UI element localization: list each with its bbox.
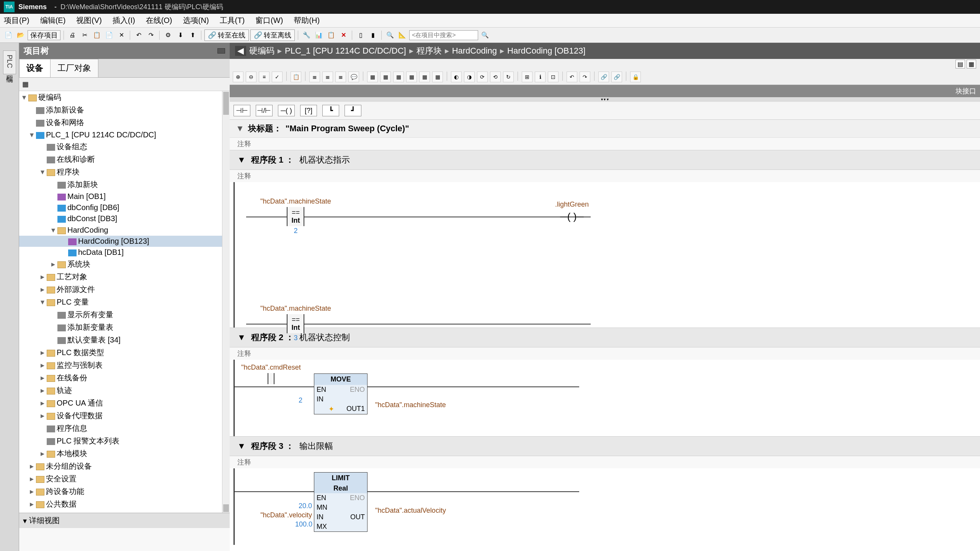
coil-symbol[interactable]: ─( )─: [555, 211, 589, 223]
network-body-1[interactable]: "hcData".machineState == Int 2 .lightGre…: [230, 182, 980, 328]
editor-tool-icon[interactable]: ▦: [393, 72, 404, 82]
split-icon[interactable]: ▯: [355, 30, 366, 41]
network-comment[interactable]: 注释: [230, 347, 980, 360]
breadcrumb-nav-icon[interactable]: ◀: [235, 46, 246, 56]
tree-item[interactable]: 添加新变量表: [19, 321, 230, 334]
tool-icon[interactable]: 📊: [314, 30, 324, 41]
branch-open-icon[interactable]: ┗: [322, 105, 339, 116]
breadcrumb-item[interactable]: HardCoding: [452, 46, 497, 56]
contact-nc-icon[interactable]: ⊣/⊢: [256, 105, 273, 116]
network-comment[interactable]: 注释: [230, 456, 980, 468]
editor-tool-icon[interactable]: 🔗: [611, 72, 622, 82]
editor-tool-icon[interactable]: ≡: [259, 72, 270, 82]
interface-header[interactable]: 块接口: [230, 85, 980, 97]
editor-tool-icon[interactable]: ≣: [309, 72, 320, 82]
tree-item[interactable]: dbConfig [DB6]: [19, 202, 230, 213]
menu-online[interactable]: 在线(O): [146, 15, 172, 26]
tree-item[interactable]: 设备组态: [19, 140, 230, 153]
tree-expand-icon[interactable]: ▸: [41, 272, 47, 281]
tab-devices[interactable]: 设备: [19, 59, 51, 77]
vtab-plc-programming[interactable]: PLC 编程: [3, 51, 16, 74]
editor-tool-icon[interactable]: ◑: [464, 72, 475, 82]
move-box[interactable]: MOVE ENENO IN ✦OUT1: [314, 373, 368, 414]
print-icon[interactable]: 🖨: [67, 30, 78, 41]
contact-no[interactable]: [268, 373, 274, 384]
block-comment[interactable]: 注释: [230, 138, 980, 150]
tree-item[interactable]: ▸PLC 数据类型: [19, 346, 230, 359]
cut-icon[interactable]: ✂: [79, 30, 90, 41]
menu-help[interactable]: 帮助(H): [294, 15, 320, 26]
tree-item[interactable]: ▸设备代理数据: [19, 409, 230, 422]
breadcrumb-item[interactable]: PLC_1 [CPU 1214C DC/DC/DC]: [285, 46, 406, 56]
tree-item[interactable]: PLC 报警文本列表: [19, 435, 230, 447]
tree-expand-icon[interactable]: ▾: [41, 297, 47, 306]
tree-item[interactable]: 设备和网络: [19, 116, 230, 129]
tree-item[interactable]: ▸文档设置: [19, 510, 230, 513]
editor-tool-icon[interactable]: ▦: [432, 72, 443, 82]
tree-expand-icon[interactable]: ▸: [41, 398, 47, 408]
compare-value[interactable]: 2: [260, 227, 331, 235]
tree-expand-icon[interactable]: ▸: [51, 259, 57, 269]
tree-expand-icon[interactable]: ▾: [41, 167, 47, 176]
out-label[interactable]: "hcData".machineState: [375, 401, 446, 409]
project-tree[interactable]: ▾硬编码添加新设备设备和网络▾PLC_1 [CPU 1214C DC/DC/DC…: [19, 91, 230, 513]
new-project-icon[interactable]: 📄: [3, 30, 14, 41]
limit-box[interactable]: LIMIT Real ENENO MN INOUT MX: [314, 472, 368, 532]
tool-icon[interactable]: 📋: [326, 30, 336, 41]
coil-label[interactable]: .lightGreen: [555, 201, 589, 209]
compile-icon[interactable]: ⚙: [163, 30, 173, 41]
editor-tool-icon[interactable]: ⟲: [490, 72, 501, 82]
minimize-icon[interactable]: [217, 48, 225, 54]
upload-icon[interactable]: ⬆: [187, 30, 198, 41]
tool-icon[interactable]: 📐: [397, 30, 408, 41]
editor-tool-icon[interactable]: ⊞: [522, 72, 532, 82]
editor-tool-icon[interactable]: 💬: [348, 72, 359, 82]
tree-item[interactable]: ▾HardCoding: [19, 224, 230, 236]
editor-tool-icon[interactable]: 🔒: [630, 72, 641, 82]
tree-item[interactable]: hcData [DB1]: [19, 247, 230, 258]
scrollbar[interactable]: [222, 91, 230, 513]
menu-options[interactable]: 选项(N): [183, 15, 209, 26]
tree-item[interactable]: ▸轨迹: [19, 384, 230, 397]
tree-item[interactable]: ▸本地模块: [19, 447, 230, 460]
redo-icon[interactable]: ↷: [145, 30, 156, 41]
tree-expand-icon[interactable]: ▸: [30, 461, 36, 471]
tree-item[interactable]: ▸工艺对象: [19, 271, 230, 283]
tree-item[interactable]: ▾PLC_1 [CPU 1214C DC/DC/DC]: [19, 129, 230, 140]
coil-icon[interactable]: ─( ): [278, 105, 295, 116]
search-go-icon[interactable]: 🔍: [480, 30, 490, 41]
operand-label[interactable]: "hcData".cmdReset: [241, 364, 301, 372]
open-project-icon[interactable]: 📂: [15, 30, 26, 41]
chevron-down-icon[interactable]: ▼: [237, 441, 246, 451]
download-icon[interactable]: ⬇: [175, 30, 186, 41]
tree-item[interactable]: 添加新设备: [19, 104, 230, 116]
in-label[interactable]: "hcData".velocity: [245, 511, 312, 519]
tree-expand-icon[interactable]: ▸: [41, 285, 47, 294]
tree-item[interactable]: ▸跨设备功能: [19, 485, 230, 498]
tree-item[interactable]: ▾程序块: [19, 166, 230, 178]
menu-insert[interactable]: 插入(I): [113, 15, 135, 26]
tree-item[interactable]: 显示所有变量: [19, 308, 230, 321]
branch-close-icon[interactable]: ┛: [345, 105, 361, 116]
compare-contact[interactable]: == Int: [287, 207, 304, 226]
tree-expand-icon[interactable]: ▸: [41, 348, 47, 357]
interface-expand[interactable]: ▾ ▾ ▾: [230, 97, 980, 102]
network-body-2[interactable]: "hcData".cmdReset MOVE ENENO IN ✦OUT1 2 …: [230, 360, 980, 436]
editor-tool-icon[interactable]: ▦: [406, 72, 417, 82]
breadcrumb-item[interactable]: 硬编码: [249, 45, 274, 57]
tree-expand-icon[interactable]: ▸: [41, 411, 47, 420]
tree-expand-icon[interactable]: ▸: [41, 373, 47, 382]
editor-tool-icon[interactable]: ⟳: [477, 72, 488, 82]
tree-expand-icon[interactable]: ▸: [30, 474, 36, 483]
out-label[interactable]: "hcData".actualVelocity: [375, 507, 446, 515]
chevron-down-icon[interactable]: ▼: [237, 155, 246, 165]
tree-item[interactable]: ▸安全设置: [19, 473, 230, 485]
tree-item[interactable]: ▸外部源文件: [19, 283, 230, 296]
tree-item[interactable]: ▸公共数据: [19, 498, 230, 510]
in-value[interactable]: 2: [299, 396, 302, 404]
compare-value[interactable]: 3: [260, 334, 331, 342]
menu-view[interactable]: 视图(V): [76, 15, 102, 26]
menu-window[interactable]: 窗口(W): [255, 15, 283, 26]
tree-item[interactable]: ▸监控与强制表: [19, 359, 230, 372]
editor-tool-icon[interactable]: ▦: [380, 72, 391, 82]
